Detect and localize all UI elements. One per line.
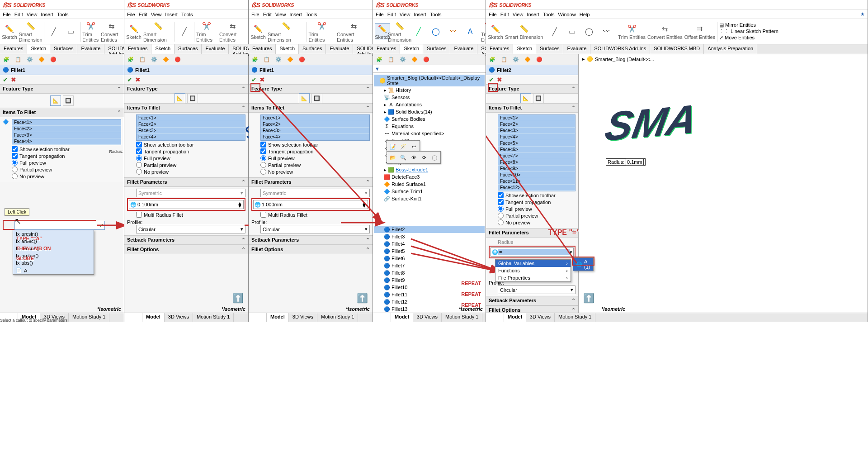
fullpreview-radio[interactable] (12, 160, 18, 166)
menu-edit[interactable]: Edit (14, 12, 23, 17)
line-tool[interactable]: ╱ (46, 26, 61, 37)
annotation-typea: TYPE "=A" (16, 233, 51, 243)
menu-tools[interactable]: Tools (57, 12, 69, 17)
tree-item[interactable]: ▸🟦Solid Bodies(14) (374, 108, 485, 115)
annotation-repeat: REPEAT (461, 300, 481, 310)
ok-button[interactable]: ✔ (251, 76, 257, 83)
smartdim-tool[interactable]: 📏Smart Dimension (19, 21, 42, 43)
menu-star-icon[interactable]: ★ (860, 11, 865, 17)
flyout-tree[interactable]: ▸ 🟡Smarter_Blog (Default<<... (582, 56, 654, 62)
radius-input[interactable] (16, 222, 99, 228)
svg-line-6 (411, 253, 500, 271)
ok-button[interactable]: ✔ (127, 76, 132, 83)
pm-title: 🔵 Fillet1 (0, 65, 124, 75)
rect-tool[interactable]: ▭ (63, 26, 79, 37)
feature-tree-icon[interactable]: 🧩 (1, 55, 12, 64)
show-selection-checkbox[interactable] (12, 146, 18, 152)
property-mgr-icon[interactable]: 📋 (13, 55, 24, 64)
ok-button[interactable]: ✔ (3, 76, 8, 83)
symmetric-dropdown[interactable]: Symmetric▾ (136, 189, 245, 197)
cancel-button[interactable]: ✖ (497, 76, 502, 83)
tree-root[interactable]: 🟡Smarter_Blog (Default<<Default>_Display… (374, 75, 485, 86)
cursor-icon: ↖ (14, 216, 21, 226)
tree-item[interactable]: 🔷Surface-Trim1 (374, 188, 485, 195)
annotation-repeat: REPEAT (461, 289, 481, 300)
cancel-button[interactable]: ✖ (259, 76, 265, 83)
tree-item[interactable]: ⚏Material <not specified> (374, 130, 485, 137)
items-section[interactable]: Items To Fillet (0, 108, 124, 117)
radius-callout[interactable]: Radius: 0.1mm (606, 158, 646, 166)
tab-features[interactable]: Features (0, 44, 27, 54)
const-fillet-icon[interactable]: 📐 (50, 95, 61, 106)
filter-icon[interactable]: ▼ (375, 66, 380, 71)
pm-ok-row: ✔ ✖ (0, 75, 124, 84)
tree-item[interactable]: ▸AAnnotations (374, 101, 485, 108)
cancel-button[interactable]: ✖ (135, 76, 141, 83)
menu-view[interactable]: View (27, 12, 38, 17)
sketch-tool[interactable]: ✏️Sketch (2, 24, 17, 40)
motion-tab[interactable]: Motion Study 1 (69, 313, 109, 322)
context-toolbar-2: 📂 🔍 👁 ⟳ ◯ (387, 151, 441, 164)
face-item[interactable]: Face<1> (12, 119, 121, 126)
cancel-button[interactable]: ✖ (11, 76, 16, 83)
tab-evaluate[interactable]: Evaluate (77, 44, 104, 54)
tab-surfaces[interactable]: Surfaces (50, 44, 77, 54)
tree-item[interactable]: 🔗Surface-Knit1 (374, 195, 485, 202)
app-name: SOLIDWORKS (13, 2, 45, 8)
spinner[interactable]: ▲▼ (237, 202, 242, 207)
globalvar-item[interactable]: Global Variables› (495, 260, 571, 267)
edit-feature-icon[interactable]: 📝 (388, 142, 398, 152)
command-tabs: Features Sketch Surfaces Evaluate SOLIDW… (0, 44, 124, 54)
config-mgr-icon[interactable]: ⚙️ (24, 55, 35, 64)
fillet-item[interactable]: 🔵Fillet2 (374, 226, 485, 233)
tree-item[interactable]: ▸📜History (374, 86, 485, 94)
trim-tool[interactable]: ✂️Trim Entities (82, 21, 99, 43)
convert-tool[interactable]: ⇆Convert Entities (101, 21, 122, 43)
feature-type-section[interactable]: Feature Type (0, 84, 124, 94)
radius-input[interactable] (498, 249, 570, 255)
annotation-repeat: REPEAT (461, 278, 481, 289)
edit-sketch-icon[interactable]: 🪄 (398, 142, 408, 152)
ok-button[interactable]: ✔ (489, 76, 494, 83)
face-fillet-icon[interactable]: 🔲 (63, 95, 74, 106)
tab-sketch[interactable]: Sketch (27, 44, 50, 54)
leftclick-tooltip: Left Click (5, 208, 29, 216)
globe-icon[interactable]: 🌐 (130, 202, 137, 208)
nopreview-radio[interactable] (12, 173, 18, 179)
profile-dropdown[interactable]: Circular▾ (136, 225, 245, 233)
faces-selector-icon: 🔷 (3, 119, 9, 125)
status-text: Select a callout to specify parameters (0, 318, 68, 322)
tree-item[interactable]: ▸🟩Boss-Extrude1 (374, 166, 485, 173)
appearance-icon[interactable]: 🔴 (48, 55, 59, 64)
ds-logo: ẞS (3, 1, 11, 9)
partpreview-radio[interactable] (12, 167, 18, 172)
suppress-icon[interactable]: ↩ (409, 142, 419, 152)
tree-item[interactable]: 🔶Ruled Surface1 (374, 181, 485, 188)
face-list[interactable]: Face<1> Face<2> Face<3> Face<4> (12, 119, 121, 145)
svg-line-4 (411, 239, 500, 271)
move-tool[interactable]: ⤢ Move Entities (719, 35, 778, 41)
face-item[interactable]: Face<4> (12, 138, 121, 145)
mirror-tool[interactable]: ▤ Mirror Entities (719, 22, 778, 28)
tree-item[interactable]: 📡Sensors (374, 94, 485, 101)
dimx-icon[interactable]: 🔶 (36, 55, 47, 64)
menu-insert[interactable]: Insert (41, 12, 53, 17)
title-bar: ẞS SOLIDWORKS (0, 0, 124, 10)
face-list[interactable]: Face<1> Face<2> Face<3> Face<4> (136, 114, 245, 141)
tangent-checkbox[interactable] (12, 153, 18, 159)
linear-pattern-tool[interactable]: ⋮⋮ Linear Sketch Pattern (719, 29, 778, 34)
view-triad: ⬆️ (583, 293, 594, 304)
tree-item[interactable]: ΣEquations (374, 123, 485, 130)
face-item[interactable]: Face<2> (12, 126, 121, 132)
radius-input[interactable] (137, 201, 237, 208)
svg-line-5 (411, 246, 500, 271)
var-a-item[interactable]: 📄A (13, 266, 94, 274)
graphics-area[interactable]: ▸ 🟡Smarter_Blog (Default<<... 🔍 🔲 🪟 SMA … (579, 54, 868, 322)
menu-file[interactable]: File (3, 12, 11, 17)
view-label: *Isometric (97, 306, 121, 312)
tree-item[interactable]: 🟥DeleteFace3 (374, 173, 485, 181)
face-item[interactable]: Face<3> (12, 132, 121, 138)
tree-item[interactable]: 🔷Surface Bodies (374, 115, 485, 123)
fileprops-item[interactable]: File Properties› (495, 274, 571, 281)
functions-item[interactable]: Functions› (495, 267, 571, 274)
